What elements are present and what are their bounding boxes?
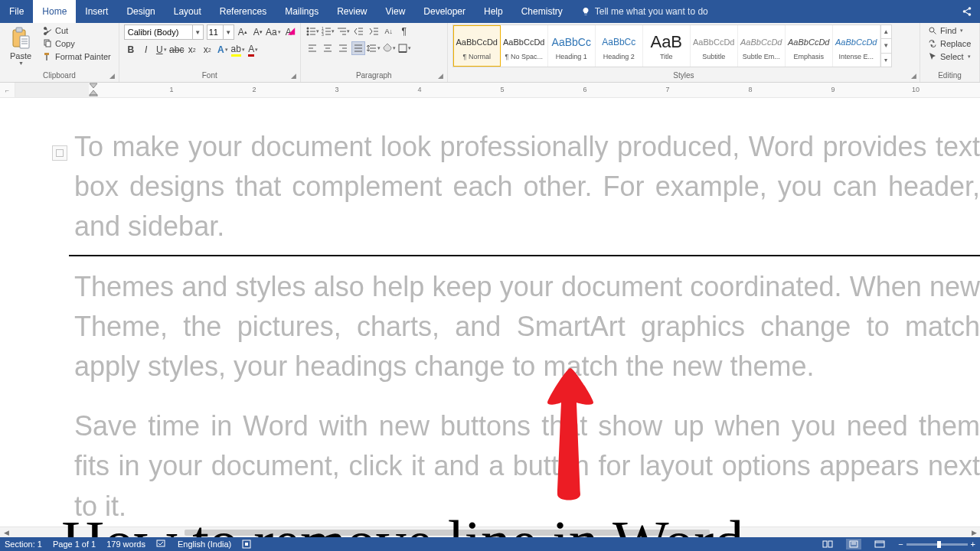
show-marks-button[interactable]: ¶ — [397, 24, 411, 38]
italic-button[interactable]: I — [139, 43, 153, 57]
tab-references[interactable]: References — [211, 0, 276, 23]
highlight-button[interactable]: ab▾ — [231, 43, 245, 57]
styles-gallery[interactable]: AaBbCcDd¶ NormalAaBbCcDd¶ No Spac...AaBb… — [452, 24, 892, 67]
style-item[interactable]: AaBbCcHeading 1 — [548, 25, 596, 67]
align-left-button[interactable] — [305, 41, 319, 55]
chevron-down-icon[interactable]: ▼ — [192, 25, 203, 39]
clear-formatting-button[interactable]: A◢ — [282, 25, 296, 39]
status-bar: Section: 1 Page 1 of 1 179 words English… — [0, 537, 980, 551]
shading-button[interactable]: ▾ — [382, 41, 396, 55]
text-effects-button[interactable]: A▾ — [216, 43, 230, 57]
styles-more-icon[interactable]: ▾ — [881, 53, 891, 67]
format-painter-button[interactable]: Format Painter — [40, 51, 114, 63]
zoom-in-button[interactable]: + — [971, 540, 975, 549]
select-button[interactable]: Select▾ — [925, 51, 974, 63]
zoom-out-button[interactable]: − — [898, 540, 903, 549]
increase-indent-button[interactable] — [367, 24, 381, 38]
ruler-number: 3 — [335, 86, 338, 93]
style-item[interactable]: AaBbCcDdEmphasis — [786, 25, 833, 67]
zoom-slider[interactable] — [906, 543, 968, 546]
web-layout-button[interactable] — [872, 539, 887, 549]
zoom-control[interactable]: − + — [898, 540, 975, 549]
tab-chemistry[interactable]: Chemistry — [512, 0, 572, 23]
font-color-button[interactable]: A▾ — [247, 43, 260, 57]
style-item[interactable]: AaBbCcHeading 2 — [596, 25, 643, 67]
clipboard-launcher-icon[interactable]: ◢ — [108, 71, 117, 80]
tab-view[interactable]: View — [377, 0, 415, 23]
indent-marker-icon[interactable] — [89, 83, 98, 96]
tab-insert[interactable]: Insert — [76, 0, 117, 23]
shrink-font-button[interactable]: A▾ — [251, 25, 265, 39]
copy-button[interactable]: Copy — [40, 37, 114, 50]
tab-design[interactable]: Design — [117, 0, 164, 23]
format-painter-label: Format Painter — [55, 52, 111, 61]
style-item[interactable]: AaBbCcDdSubtle Em... — [738, 25, 786, 67]
paragraph-1[interactable]: To make your document look professionall… — [74, 127, 980, 247]
tab-developer[interactable]: Developer — [414, 0, 475, 23]
styles-launcher-icon[interactable]: ◢ — [909, 71, 918, 80]
justify-button[interactable] — [351, 41, 365, 55]
status-spellcheck-icon[interactable] — [156, 540, 167, 549]
tab-mailings[interactable]: Mailings — [276, 0, 328, 23]
tell-me-search[interactable]: Tell me what you want to do — [581, 0, 708, 23]
document-area[interactable]: To make your document look professionall… — [0, 98, 980, 537]
status-language[interactable]: English (India) — [178, 540, 231, 549]
font-name-input[interactable] — [125, 28, 192, 37]
status-section[interactable]: Section: 1 — [5, 540, 42, 549]
tab-review[interactable]: Review — [328, 0, 376, 23]
style-item[interactable]: AaBbCcDdIntense E... — [833, 25, 880, 67]
font-size-input[interactable] — [207, 28, 223, 37]
scroll-left-icon[interactable]: ◀ — [0, 527, 12, 538]
tab-layout[interactable]: Layout — [165, 0, 211, 23]
decrease-indent-button[interactable] — [351, 24, 365, 38]
lightbulb-icon — [581, 7, 590, 16]
superscript-button[interactable]: x2 — [201, 43, 214, 57]
align-center-button[interactable] — [321, 41, 335, 55]
status-macro-icon[interactable] — [242, 540, 251, 549]
bullets-button[interactable]: ▾ — [305, 24, 319, 38]
document-body[interactable]: To make your document look professionall… — [74, 127, 980, 537]
bold-button[interactable]: B — [124, 43, 138, 57]
grow-font-button[interactable]: A▴ — [236, 25, 250, 39]
font-name-combo[interactable]: ▼ — [124, 24, 204, 40]
style-item[interactable]: AaBTitle — [643, 25, 691, 67]
style-item[interactable]: AaBbCcDdSubtitle — [691, 25, 738, 67]
numbering-button[interactable]: 123▾ — [321, 24, 335, 38]
style-item[interactable]: AaBbCcDd¶ Normal — [453, 25, 501, 67]
paragraph-launcher-icon[interactable]: ◢ — [436, 71, 446, 80]
tab-home[interactable]: Home — [33, 0, 76, 23]
paragraph-2[interactable]: Themes and styles also help keep your do… — [74, 267, 980, 387]
tab-file[interactable]: File — [0, 0, 33, 23]
borders-button[interactable]: ▾ — [397, 41, 411, 55]
replace-button[interactable]: Replace — [925, 37, 974, 50]
layout-options-icon[interactable] — [52, 145, 67, 161]
style-preview: AaBbCcDd — [692, 31, 736, 53]
sort-button[interactable]: A↓ — [382, 24, 396, 38]
find-button[interactable]: Find▾ — [925, 24, 966, 37]
multilevel-list-button[interactable]: ▾ — [336, 24, 350, 38]
styles-scroll-arrow-icon[interactable]: ▲ — [881, 25, 891, 38]
style-preview: AaBbCcDd — [456, 31, 498, 53]
paste-button[interactable]: Paste ▼ — [5, 24, 37, 67]
style-item[interactable]: AaBbCcDd¶ No Spac... — [501, 25, 548, 67]
styles-scroll-arrow-icon[interactable]: ▼ — [881, 38, 891, 52]
font-size-combo[interactable]: ▼ — [207, 24, 234, 40]
read-mode-button[interactable] — [820, 539, 835, 549]
font-launcher-icon[interactable]: ◢ — [289, 71, 299, 80]
scroll-right-icon[interactable]: ▶ — [968, 527, 980, 538]
ruler[interactable]: ⌐ 12345678910 — [0, 83, 980, 98]
status-page[interactable]: Page 1 of 1 — [53, 540, 96, 549]
change-case-button[interactable]: Aa▾ — [266, 25, 280, 39]
chevron-down-icon[interactable]: ▼ — [223, 25, 234, 39]
share-icon[interactable] — [962, 6, 972, 17]
subscript-button[interactable]: x2 — [185, 43, 199, 57]
tab-help[interactable]: Help — [475, 0, 512, 23]
underline-button[interactable]: U▾ — [155, 43, 168, 57]
style-name: Emphasis — [787, 53, 831, 60]
print-layout-button[interactable] — [846, 539, 861, 549]
status-words[interactable]: 179 words — [106, 540, 145, 549]
line-spacing-button[interactable]: ▾ — [367, 41, 381, 55]
align-right-button[interactable] — [336, 41, 350, 55]
cut-button[interactable]: Cut — [40, 24, 114, 37]
strikethrough-button[interactable]: abc — [170, 43, 184, 57]
